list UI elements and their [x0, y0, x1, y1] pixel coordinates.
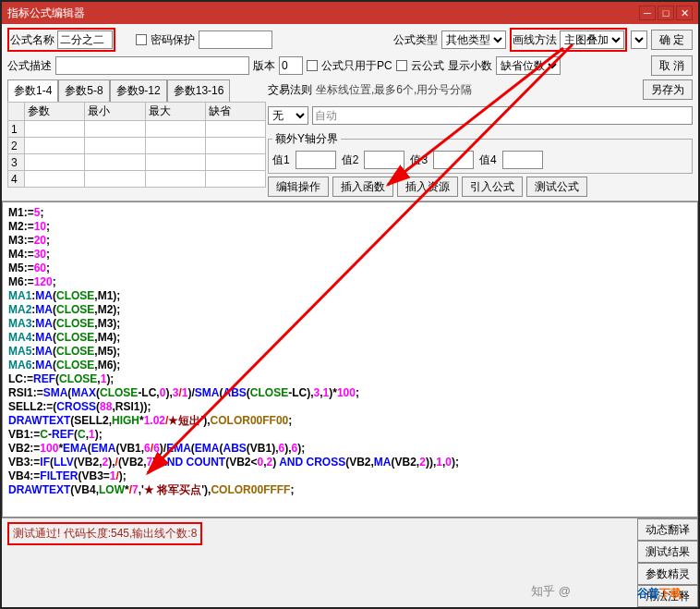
- pconly-checkbox[interactable]: [307, 60, 318, 71]
- pconly-label: 公式只用于PC: [321, 58, 392, 74]
- pwd-label: 密码保护: [151, 32, 195, 48]
- editops-button[interactable]: 编辑操作: [268, 177, 329, 197]
- y-axis-group: 额外Y轴分界 值1 值2 值3 值4: [268, 131, 693, 174]
- watermark: 谷普下载: [637, 582, 682, 602]
- pwd-input[interactable]: [199, 30, 272, 49]
- val4-input[interactable]: [502, 151, 543, 169]
- window-title: 指标公式编辑器: [7, 6, 85, 21]
- importfm-button[interactable]: 引入公式: [462, 177, 523, 197]
- col-min: 最小: [85, 103, 145, 121]
- type-select[interactable]: 其他类型: [441, 30, 506, 49]
- draw-label: 画线方法: [513, 32, 557, 48]
- table-row: 1: [8, 121, 266, 138]
- val3-input[interactable]: [433, 151, 474, 169]
- poshint-label: 坐标线位置,最多6个,用分号分隔: [316, 82, 472, 98]
- tab-params-13-16[interactable]: 参数13-16: [167, 79, 231, 102]
- saveas-button[interactable]: 另存为: [643, 79, 693, 100]
- minimize-icon[interactable]: ─: [639, 6, 656, 20]
- name-label: 公式名称: [10, 32, 54, 48]
- desc-label: 公式描述: [7, 58, 52, 74]
- val2-input[interactable]: [364, 151, 404, 169]
- testfm-button[interactable]: 测试公式: [526, 177, 587, 197]
- table-row: 2: [8, 138, 266, 154]
- table-row: 3: [8, 154, 266, 171]
- testres-button[interactable]: 测试结果: [637, 541, 698, 563]
- traderule-label: 交易法则: [268, 82, 312, 98]
- param-tabs: 参数1-4 参数5-8 参数9-12 参数13-16: [7, 79, 266, 102]
- val1-input[interactable]: [296, 151, 336, 169]
- val3-label: 值3: [410, 152, 428, 168]
- titlebar: 指标公式编辑器 ─ □ ✕: [2, 2, 698, 24]
- version-input[interactable]: [279, 56, 303, 75]
- col-max: 最大: [145, 103, 205, 121]
- watermark-zhihu: 知乎 @: [531, 583, 571, 600]
- param-table: 参数 最小 最大 缺省 1 2 3 4: [7, 102, 266, 188]
- close-icon[interactable]: ✕: [676, 6, 693, 20]
- insertfn-button[interactable]: 插入函数: [332, 177, 393, 197]
- insertres-button[interactable]: 插入资源: [397, 177, 458, 197]
- cancel-button[interactable]: 取 消: [651, 55, 693, 76]
- version-label: 版本: [253, 58, 275, 74]
- code-editor[interactable]: M1:=5;M2:=10;M3:=20;M4:=30;M5:=60;M6:=12…: [2, 201, 698, 518]
- cloud-label: 云公式: [411, 58, 444, 74]
- status-text: 测试通过! 代码长度:545,输出线个数:8: [13, 527, 197, 540]
- maximize-icon[interactable]: □: [658, 6, 674, 20]
- type-label: 公式类型: [393, 32, 438, 48]
- col-default: 缺省: [205, 103, 265, 121]
- table-row: 4: [8, 171, 266, 188]
- draw-select-extra[interactable]: [631, 30, 647, 49]
- pwd-checkbox[interactable]: [136, 34, 147, 45]
- decimals-select[interactable]: 缺省位数: [496, 56, 561, 75]
- tab-params-1-4[interactable]: 参数1-4: [7, 79, 58, 102]
- ok-button[interactable]: 确 定: [651, 30, 693, 50]
- val1-label: 值1: [272, 152, 290, 168]
- val2-label: 值2: [342, 152, 359, 168]
- form-area: 公式名称 密码保护 公式类型 其他类型 画线方法 主图叠加 确 定 公式描述 版…: [2, 24, 698, 201]
- tab-params-9-12[interactable]: 参数9-12: [110, 79, 167, 102]
- col-param: 参数: [25, 103, 85, 121]
- tab-params-5-8[interactable]: 参数5-8: [58, 79, 109, 102]
- y-axis-legend: 额外Y轴分界: [272, 131, 341, 147]
- desc-input[interactable]: [55, 56, 249, 75]
- name-input[interactable]: [57, 30, 113, 49]
- cloud-checkbox[interactable]: [396, 60, 407, 71]
- draw-select[interactable]: 主图叠加: [560, 30, 624, 49]
- pos-input[interactable]: [312, 106, 693, 125]
- decimals-label: 显示小数: [448, 58, 492, 74]
- val4-label: 值4: [479, 152, 497, 168]
- traderule-select[interactable]: 无: [268, 106, 308, 125]
- dyntrans-button[interactable]: 动态翻译: [637, 518, 698, 541]
